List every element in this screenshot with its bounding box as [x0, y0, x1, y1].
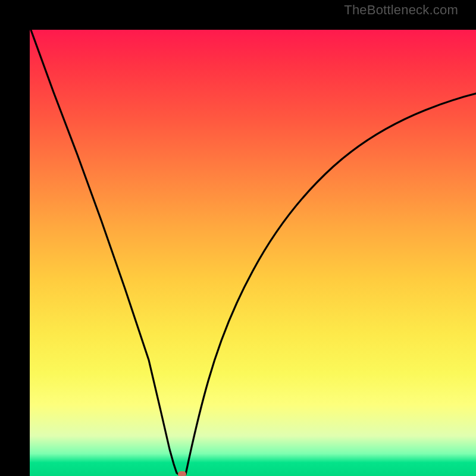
- watermark-text: TheBottleneck.com: [344, 2, 458, 18]
- chart-frame: [0, 0, 476, 476]
- plot-area: [30, 30, 476, 476]
- curve-right-branch: [186, 93, 476, 474]
- optimal-point-marker: [178, 471, 186, 476]
- bottleneck-curve: [30, 30, 476, 476]
- curve-left-branch: [30, 30, 178, 474]
